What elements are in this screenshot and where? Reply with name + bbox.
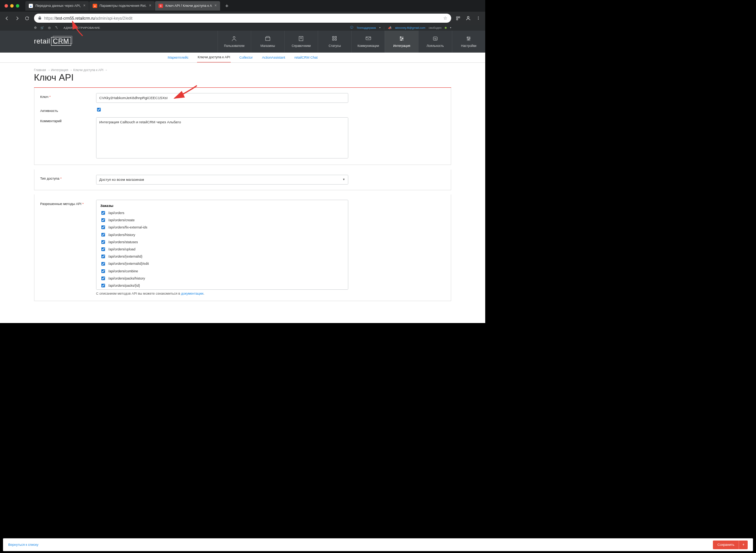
method-path: /api/orders/fix-external-ids <box>108 225 147 229</box>
subnav-item[interactable]: Collector <box>239 53 253 62</box>
app-logo[interactable]: retailCRM <box>34 31 185 53</box>
svg-point-6 <box>478 19 479 20</box>
nav-item-loyalty[interactable]: %Лояльность <box>418 31 452 53</box>
svg-point-20 <box>400 37 401 38</box>
method-item: /api/orders/upload <box>100 245 344 253</box>
breadcrumb: Главная→Интеграция→Ключи доступа к API→ <box>34 68 451 72</box>
cart-icon[interactable]: 🛒 <box>40 26 44 30</box>
method-checkbox[interactable] <box>101 233 105 236</box>
docs-line: С описанием методов API вы можете ознако… <box>96 292 349 295</box>
tab-title: Ключ API / Ключи доступа к A <box>165 4 212 8</box>
comment-textarea[interactable]: Интеграция Calltouch и retailCRM через А… <box>96 117 349 158</box>
svg-point-22 <box>401 40 402 41</box>
nav-item-label: Лояльность <box>427 44 444 48</box>
breadcrumb-item[interactable]: Интеграция <box>51 68 68 72</box>
help-icon[interactable]: ⓘ <box>350 26 353 30</box>
browser-tab[interactable]: C Ключ API / Ключи доступа к A × <box>155 1 220 10</box>
extensions-icon[interactable] <box>455 15 461 22</box>
breadcrumb-separator: → <box>69 68 72 72</box>
subnav-item[interactable]: Ключи доступа к API <box>197 53 230 62</box>
breadcrumb-item[interactable]: Ключи доступа к API <box>73 68 104 72</box>
method-checkbox[interactable] <box>101 247 105 251</box>
method-checkbox[interactable] <box>101 284 105 287</box>
close-icon[interactable]: × <box>83 4 85 8</box>
subnav-item[interactable]: ActionAssistant <box>261 53 286 62</box>
svg-text:%: % <box>434 37 436 40</box>
tab-title: Передача данных через API, <box>36 4 81 8</box>
tab-favicon: ▲ <box>29 4 33 8</box>
docs-link[interactable]: документации <box>181 292 203 295</box>
chevron-down-icon[interactable]: ▾ <box>450 26 451 29</box>
svg-point-21 <box>402 38 403 39</box>
announce-icon[interactable]: 📣 <box>388 26 392 30</box>
browser-menu-button[interactable] <box>475 15 482 22</box>
nav-item-users[interactable]: Пользователи <box>217 31 251 53</box>
method-checkbox[interactable] <box>101 276 105 280</box>
bookmark-star-icon[interactable]: ☆ <box>443 16 447 21</box>
method-checkbox[interactable] <box>101 240 105 244</box>
nav-forward-button[interactable] <box>14 15 20 22</box>
svg-rect-14 <box>332 39 334 40</box>
access-type-value: Доступ ко всем магазинам <box>99 177 144 182</box>
method-checkbox[interactable] <box>101 211 105 215</box>
active-checkbox[interactable] <box>97 108 101 112</box>
chart-icon[interactable]: 〽 <box>55 26 58 30</box>
method-checkbox[interactable] <box>101 225 105 229</box>
divider: | <box>384 26 385 30</box>
nav-item-comms[interactable]: Коммуникации <box>351 31 385 53</box>
method-path: /api/orders/history <box>108 233 135 237</box>
support-link[interactable]: Техподдержка <box>357 26 376 30</box>
key-input[interactable] <box>96 93 349 103</box>
nav-item-label: Коммуникации <box>357 44 379 48</box>
method-checkbox[interactable] <box>101 255 105 258</box>
method-checkbox[interactable] <box>101 269 105 273</box>
gear-icon[interactable]: ⚙ <box>34 26 37 30</box>
status-dot <box>445 27 447 29</box>
traffic-minimize[interactable] <box>10 4 14 8</box>
comment-label: Комментарий <box>40 117 96 123</box>
svg-point-4 <box>478 17 479 17</box>
url-bar[interactable]: https://test-crm55.retailcrm.ru/admin/ap… <box>34 14 451 23</box>
traffic-zoom[interactable] <box>16 4 19 8</box>
nav-item-refs[interactable]: Справочники <box>284 31 318 53</box>
new-tab-button[interactable]: + <box>223 2 231 10</box>
browser-tab[interactable]: ● Параметры подключения Ret. × <box>89 1 155 10</box>
tab-favicon: C <box>158 4 163 8</box>
traffic-close[interactable] <box>5 4 8 8</box>
nav-item-integration[interactable]: Интеграция <box>385 31 418 53</box>
browser-tab[interactable]: ▲ Передача данных через API, × <box>25 1 89 10</box>
nav-reload-button[interactable] <box>24 15 31 22</box>
method-item: /api/orders/packs/{id} <box>100 282 344 289</box>
close-icon[interactable]: × <box>214 4 217 8</box>
method-path: /api/orders/{externalId} <box>108 255 142 258</box>
nav-item-settings[interactable]: Настройки <box>452 31 486 53</box>
method-checkbox[interactable] <box>101 262 105 266</box>
browser-navbar: https://test-crm55.retailcrm.ru/admin/ap… <box>0 12 485 25</box>
breadcrumb-item[interactable]: Главная <box>34 68 46 72</box>
nav-item-statuses[interactable]: Статусы <box>318 31 351 53</box>
subnav-item[interactable]: Маркетплейс <box>167 53 189 62</box>
target-icon[interactable]: ◎ <box>48 26 51 30</box>
tab-favicon: ● <box>93 4 97 8</box>
method-item: /api/orders/combine <box>100 267 344 275</box>
app-mainnav: retailCRM ПользователиМагазиныСправочник… <box>0 31 485 53</box>
method-path: /api/orders/upload <box>108 247 135 251</box>
close-icon[interactable]: × <box>149 4 151 8</box>
svg-rect-0 <box>456 17 458 18</box>
chevron-down-icon[interactable]: ▾ <box>379 26 380 29</box>
key-label: Ключ * <box>40 93 96 99</box>
user-email[interactable]: alexxxey.fil@gmail.com <box>395 26 425 30</box>
subnav-item[interactable]: retailCRM Chat <box>294 53 318 62</box>
nav-item-label: Настройки <box>461 44 477 48</box>
method-item: /api/orders <box>100 209 344 216</box>
profile-icon[interactable] <box>465 15 472 22</box>
app-subnav: МаркетплейсКлючи доступа к APICollectorA… <box>0 53 485 63</box>
method-path: /api/orders/packs/{id} <box>108 284 140 287</box>
method-group-title: Заказы <box>100 203 344 208</box>
access-type-select[interactable]: Доступ ко всем магазинам ▼ <box>96 175 349 185</box>
svg-point-5 <box>478 18 479 19</box>
method-path: /api/orders/{externalId}/edit <box>108 262 149 266</box>
method-checkbox[interactable] <box>101 218 105 222</box>
nav-back-button[interactable] <box>3 15 10 22</box>
nav-item-shops[interactable]: Магазины <box>251 31 284 53</box>
